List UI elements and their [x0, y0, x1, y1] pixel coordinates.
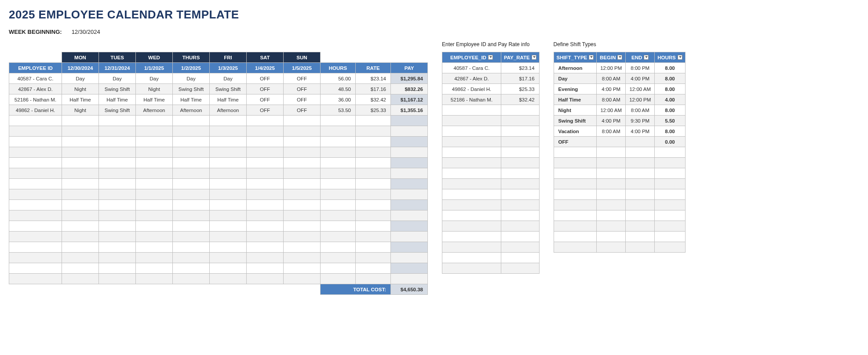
- empty-cell[interactable]: [442, 116, 501, 126]
- empty-cell[interactable]: [501, 221, 540, 232]
- employee-cell[interactable]: 40587 - Cara C.: [9, 73, 62, 84]
- empty-cell[interactable]: [62, 221, 99, 232]
- empty-cell[interactable]: [442, 189, 501, 200]
- empty-cell[interactable]: [62, 274, 99, 284]
- empty-cell[interactable]: [173, 168, 210, 179]
- empty-cell[interactable]: [210, 158, 247, 168]
- empty-cell[interactable]: [247, 263, 284, 274]
- empty-cell[interactable]: [173, 189, 210, 200]
- empty-cell[interactable]: [210, 242, 247, 253]
- shift-cell[interactable]: OFF: [284, 73, 321, 84]
- empty-cell[interactable]: [99, 168, 136, 179]
- employee-id-cell[interactable]: 42867 - Alex D.: [442, 73, 501, 84]
- shift-end-cell[interactable]: 12:00 AM: [626, 84, 655, 94]
- empty-cell[interactable]: [597, 210, 626, 221]
- shift-type-cell[interactable]: Afternoon: [554, 63, 597, 73]
- empty-cell[interactable]: [136, 263, 173, 274]
- empty-cell[interactable]: [442, 232, 501, 242]
- empty-cell[interactable]: [501, 200, 540, 210]
- empty-cell[interactable]: [99, 116, 136, 126]
- empty-cell[interactable]: [62, 147, 99, 158]
- empty-cell[interactable]: [136, 274, 173, 284]
- empty-cell[interactable]: [597, 179, 626, 189]
- empty-cell[interactable]: [597, 200, 626, 210]
- empty-cell[interactable]: [655, 242, 686, 253]
- empty-cell[interactable]: [99, 158, 136, 168]
- empty-cell[interactable]: [99, 200, 136, 210]
- shift-header[interactable]: END: [626, 52, 655, 63]
- empty-cell[interactable]: [9, 221, 62, 232]
- empty-cell[interactable]: [442, 105, 501, 116]
- shift-cell[interactable]: OFF: [247, 94, 284, 105]
- shift-type-cell[interactable]: Night: [554, 105, 597, 116]
- empty-cell[interactable]: [284, 210, 321, 221]
- shift-cell[interactable]: Swing Shift: [99, 84, 136, 94]
- employee-cell[interactable]: 42867 - Alex D.: [9, 84, 62, 94]
- empty-cell[interactable]: [284, 168, 321, 179]
- empty-cell[interactable]: [9, 200, 62, 210]
- employee-id-cell[interactable]: 40587 - Cara C.: [442, 63, 501, 73]
- empty-cell[interactable]: [597, 242, 626, 253]
- empty-cell[interactable]: [247, 137, 284, 147]
- empty-cell[interactable]: [62, 137, 99, 147]
- empty-cell[interactable]: [62, 168, 99, 179]
- empty-cell[interactable]: [442, 263, 501, 274]
- shift-header[interactable]: HOURS: [655, 52, 686, 63]
- empty-cell[interactable]: [247, 158, 284, 168]
- empty-cell[interactable]: [284, 263, 321, 274]
- shift-cell[interactable]: OFF: [284, 84, 321, 94]
- filter-icon[interactable]: [644, 55, 649, 60]
- shift-cell[interactable]: Half Time: [210, 94, 247, 105]
- empty-cell[interactable]: [501, 253, 540, 263]
- empty-cell[interactable]: [62, 116, 99, 126]
- empty-cell[interactable]: [173, 158, 210, 168]
- shift-cell[interactable]: Half Time: [136, 94, 173, 105]
- shift-cell[interactable]: Night: [136, 84, 173, 94]
- empty-cell[interactable]: [655, 168, 686, 179]
- empty-cell[interactable]: [9, 232, 62, 242]
- empty-cell[interactable]: [210, 274, 247, 284]
- empty-cell[interactable]: [284, 126, 321, 137]
- shift-end-cell[interactable]: 8:00 AM: [626, 105, 655, 116]
- shift-type-cell[interactable]: Day: [554, 73, 597, 84]
- empty-cell[interactable]: [136, 168, 173, 179]
- empty-cell[interactable]: [655, 147, 686, 158]
- empty-cell[interactable]: [9, 168, 62, 179]
- shift-cell[interactable]: Half Time: [99, 94, 136, 105]
- empty-cell[interactable]: [501, 105, 540, 116]
- empty-cell[interactable]: [554, 232, 597, 242]
- empty-cell[interactable]: [284, 221, 321, 232]
- filter-icon[interactable]: [532, 55, 536, 60]
- empty-cell[interactable]: [173, 274, 210, 284]
- empty-cell[interactable]: [284, 158, 321, 168]
- empty-cell[interactable]: [554, 158, 597, 168]
- empty-cell[interactable]: [247, 147, 284, 158]
- empty-cell[interactable]: [501, 263, 540, 274]
- empty-cell[interactable]: [9, 158, 62, 168]
- empty-cell[interactable]: [136, 232, 173, 242]
- empty-cell[interactable]: [99, 242, 136, 253]
- empty-cell[interactable]: [442, 221, 501, 232]
- empty-cell[interactable]: [554, 189, 597, 200]
- shift-cell[interactable]: Afternoon: [136, 105, 173, 116]
- empty-cell[interactable]: [442, 168, 501, 179]
- shift-cell[interactable]: Day: [173, 73, 210, 84]
- empty-cell[interactable]: [554, 168, 597, 179]
- empty-cell[interactable]: [597, 168, 626, 179]
- shift-header[interactable]: BEGIN: [597, 52, 626, 63]
- empty-cell[interactable]: [99, 179, 136, 189]
- emp-id-header[interactable]: EMPLOYEE_ID: [442, 52, 501, 63]
- empty-cell[interactable]: [136, 242, 173, 253]
- empty-cell[interactable]: [136, 179, 173, 189]
- empty-cell[interactable]: [62, 253, 99, 263]
- empty-cell[interactable]: [597, 232, 626, 242]
- empty-cell[interactable]: [62, 200, 99, 210]
- empty-cell[interactable]: [626, 210, 655, 221]
- shift-cell[interactable]: Swing Shift: [173, 84, 210, 94]
- empty-cell[interactable]: [136, 147, 173, 158]
- empty-cell[interactable]: [284, 137, 321, 147]
- empty-cell[interactable]: [501, 126, 540, 137]
- employee-id-cell[interactable]: 49862 - Daniel H.: [442, 84, 501, 94]
- empty-cell[interactable]: [9, 274, 62, 284]
- pay-rate-cell[interactable]: $25.33: [501, 84, 540, 94]
